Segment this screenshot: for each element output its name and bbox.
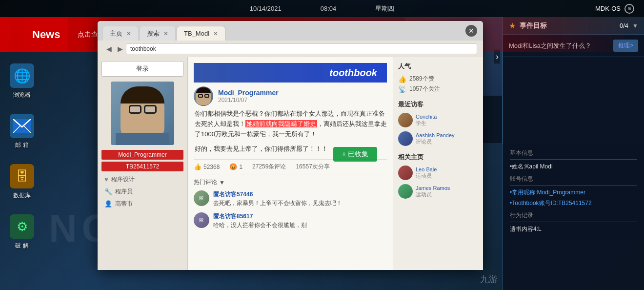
userid-box: TB25411572 — [101, 162, 183, 171]
login-avatar — [111, 82, 174, 145]
browser-tabs: 主页 ✕ 搜索 ✕ TB_Modi ✕ — [102, 21, 225, 41]
behavior-item: 遗书内容4:L — [510, 225, 637, 233]
tab-home-close[interactable]: ✕ — [126, 30, 131, 37]
visitor-1: Conchita 学生 — [398, 113, 478, 127]
browser-content: 登录 Modi_Programmer TB25411572 ♥ — [98, 57, 483, 270]
related-1-role: 运动员 — [416, 172, 437, 180]
comment-1-text: 去死吧，家暴男！上帝可不会收留你，见鬼去吧！ — [213, 199, 387, 207]
visitor-2-info: Aashish Pandey 评论员 — [416, 132, 455, 145]
post: Modi_Programmer 2021/10/07 你们都相信我是个恶棍？你们… — [194, 83, 387, 238]
tab-profile[interactable]: TB_Modi ✕ — [177, 26, 225, 41]
menu-item-city[interactable]: 👤 高蒂市 — [101, 198, 183, 210]
visitor-1-name: Conchita — [416, 114, 437, 120]
menu-item-design[interactable]: ♥ 程序设计 — [101, 173, 183, 186]
tab-search[interactable]: 搜索 ✕ — [140, 26, 176, 41]
news-label[interactable]: News — [24, 17, 68, 52]
thumb-icon: 👍 — [194, 163, 201, 170]
tab-profile-label: TB_Modi — [184, 30, 209, 37]
shares-count: 16557次分享 — [296, 163, 329, 171]
related-2: James Ramos 运动员 — [398, 184, 478, 199]
heart-icon: ♥ — [104, 176, 108, 183]
desktop-icons: 🌐 浏览器 邮 箱 🗄 数据库 ⚙ — [10, 63, 34, 250]
visitor-1-avatar — [398, 113, 413, 127]
info-sidebar: 人气 👍 2589个赞 📡 1057个关注 最近访客 — [393, 57, 483, 270]
hot-comments-text: 热门评论 — [194, 178, 217, 186]
browser-icon[interactable]: 🌐 浏览器 — [10, 63, 34, 99]
behavior-title: 行为记录 — [510, 211, 637, 222]
account-info-title: 账号信息 — [510, 175, 637, 186]
tab-search-close[interactable]: ✕ — [163, 30, 168, 37]
visitor-2-name: Aashish Pandey — [416, 132, 455, 138]
mail-icon[interactable]: 邮 箱 — [10, 114, 34, 149]
hack-icon[interactable]: ⚙ 破 解 — [10, 214, 34, 250]
related-2-role: 运动员 — [416, 191, 450, 198]
visitor-1-role: 学生 — [416, 120, 437, 127]
collected-badge: + 已收集 — [333, 147, 377, 162]
tab-home[interactable]: 主页 ✕ — [102, 26, 139, 41]
mail-label: 邮 箱 — [15, 141, 28, 149]
common-name-row: •常用昵称:Modi_Programmer — [510, 188, 637, 197]
related-2-info: James Ramos 运动员 — [416, 185, 450, 198]
post-username[interactable]: Modi_Programmer — [218, 89, 279, 97]
likes-count: 2589个赞 — [409, 75, 434, 83]
related-section: 相关主页 Leo Bale 运动员 James Ramos 运动员 — [398, 153, 478, 199]
visitor-2: Aashish Pandey 评论员 — [398, 131, 478, 146]
angry-icon: 😡 — [229, 163, 237, 170]
hack-label: 破 解 — [15, 242, 28, 250]
name-row: •姓名:Kapil Modi — [510, 163, 637, 171]
angry-stat: 😡 1 — [229, 163, 242, 170]
post-user-info: Modi_Programmer 2021/10/07 — [218, 89, 279, 104]
dropdown-comments-icon[interactable]: ▼ — [219, 179, 225, 186]
like-stat: 👍 52368 — [194, 163, 220, 170]
avatar-glass-left — [129, 105, 141, 114]
back-button[interactable]: ◀ — [103, 45, 115, 53]
post-second-para-area: 好的，我要去见上帝了，你们得偿所愿了！！！ + 已收集 — [194, 144, 387, 154]
avatar-hair — [121, 86, 164, 104]
comment-1-body: 匿名访客57446 去死吧，家暴男！上帝可不会收留你，见鬼去吧！ — [213, 190, 387, 207]
comment-2-user: 匿名访客85617 — [213, 212, 387, 221]
forward-button[interactable]: ▶ — [115, 45, 126, 53]
desktop: 10/14/2021 08:04 星期四 MDK-OS ⊕ News 点击查看.… — [0, 0, 644, 290]
visitors-title: 最近访客 — [398, 100, 478, 109]
comment-1-user: 匿名访客57446 — [213, 190, 387, 199]
wrench-icon: 🔧 — [104, 188, 112, 195]
post-area: toothbook — [188, 57, 393, 270]
window-close-button[interactable]: ✕ — [465, 25, 477, 37]
topbar-os: MDK-OS — [595, 5, 621, 12]
topbar: 10/14/2021 08:04 星期四 MDK-OS ⊕ — [0, 0, 644, 17]
comments-stat: 27259条评论 — [252, 163, 286, 171]
comment-2-text: 哈哈，没人拦着你会不会很尴尬，别 — [213, 221, 387, 229]
comment-2-avatar: 匿 — [194, 212, 209, 228]
comment-2: 匿 匿名访客85617 哈哈，没人拦着你会不会很尴尬，别 — [194, 212, 387, 229]
tab-profile-close[interactable]: ✕ — [213, 30, 218, 37]
comment-1: 匿 匿名访客57446 去死吧，家暴男！上帝可不会收留你，见鬼去吧！ — [194, 190, 387, 207]
username-box: Modi_Programmer — [101, 150, 183, 160]
tab-search-label: 搜索 — [147, 29, 160, 38]
topbar-date: 10/14/2021 — [250, 5, 282, 12]
visitor-1-info: Conchita 学生 — [416, 114, 437, 127]
person-icon: 👤 — [104, 200, 112, 207]
database-icon[interactable]: 🗄 数据库 — [10, 164, 34, 200]
follows-item: 📡 1057个关注 — [398, 85, 478, 93]
address-input[interactable] — [126, 43, 477, 54]
comment-2-body: 匿名访客85617 哈哈，没人拦着你会不会很尴尬，别 — [213, 212, 387, 229]
post-avatar — [194, 86, 213, 106]
browser-window: 主页 ✕ 搜索 ✕ TB_Modi ✕ ✕ ◀ ▶ — [98, 21, 483, 270]
post-highlight: 她婚前就向我隐瞒了婚史 — [245, 120, 317, 127]
browser-label: 浏览器 — [13, 91, 31, 99]
visitors-section: 最近访客 Conchita 学生 Aashish Pandey 评论员 — [398, 100, 478, 146]
related-1-name: Leo Bale — [416, 166, 437, 172]
basic-info-title: 基本信息 — [510, 149, 637, 160]
login-tab[interactable]: 登录 — [101, 61, 183, 77]
likes-icon: 👍 — [398, 75, 406, 83]
hot-comments-label: 热门评论 ▼ — [194, 178, 387, 186]
angry-count: 1 — [239, 164, 242, 170]
related-2-avatar — [398, 184, 413, 199]
related-1: Leo Bale 运动员 — [398, 166, 478, 180]
toothbook-header: toothbook — [194, 63, 387, 83]
browser-addressbar: ◀ ▶ — [98, 41, 483, 57]
related-2-name: James Ramos — [416, 185, 450, 191]
related-title: 相关主页 — [398, 153, 478, 162]
menu-item-programmer[interactable]: 🔧 程序员 — [101, 186, 183, 198]
comment-1-avatar: 匿 — [194, 190, 209, 206]
